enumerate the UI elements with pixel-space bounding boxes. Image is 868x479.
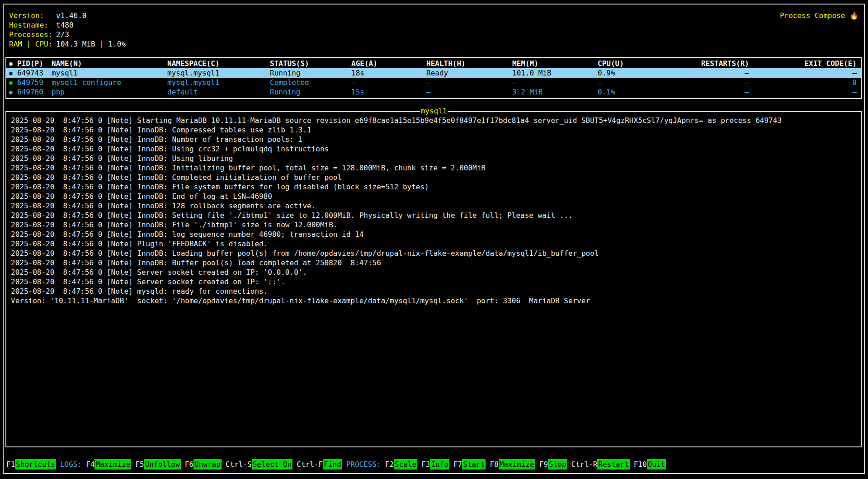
shortcut-info[interactable]: F3Info xyxy=(421,459,449,470)
process-cell-exit-code: 0 xyxy=(749,78,857,87)
process-cell-exit-code: – xyxy=(749,87,857,97)
shortcut-unfollow[interactable]: F5Unfollow xyxy=(135,459,180,470)
header-field-value: 2/3 xyxy=(56,30,69,39)
shortcut-label: Info xyxy=(430,459,449,470)
log-line: 2025-08-20 8:47:56 0 [Note] Starting Mar… xyxy=(11,116,857,125)
shortcut-key: F5 xyxy=(135,460,144,469)
footer-section-label: PROCESS: xyxy=(346,460,381,469)
shortcut-label: Maximize xyxy=(94,459,131,470)
shortcut-label: Shortcuts xyxy=(15,459,56,470)
header-field: RAM | CPU:104.3 MiB | 1.0% xyxy=(9,39,126,49)
process-cell-status: Running xyxy=(270,68,351,78)
column-header: EXIT CODE(E) xyxy=(749,59,857,68)
status-dot-icon: ● xyxy=(9,68,17,78)
process-cell-mem: – xyxy=(512,78,598,87)
log-line: 2025-08-20 8:47:56 0 [Note] InnoDB: Sett… xyxy=(11,211,857,220)
header-field-value: 104.3 MiB | 1.0% xyxy=(56,40,126,48)
process-cell-mem: 101.0 MiB xyxy=(512,68,598,78)
process-row[interactable]: ●649743mysql1mysql.mysql1Running18sReady… xyxy=(6,68,861,78)
process-compose-window: Version:v1.46.0Hostname:t480Processes:2/… xyxy=(3,4,865,474)
log-line: 2025-08-20 8:47:56 0 [Note] Server socke… xyxy=(11,268,857,277)
column-header: STATUS(S) xyxy=(270,59,351,68)
process-cell-age: – xyxy=(351,78,426,87)
process-cell-cpu: 0.1% xyxy=(598,87,661,97)
process-cell-exit-code: – xyxy=(749,68,857,78)
log-line: 2025-08-20 8:47:56 0 [Note] mysqld: read… xyxy=(11,286,857,296)
shortcut-bar: F1ShortcutsLOGS:F4MaximizeF5UnfollowF6Un… xyxy=(6,459,861,470)
log-line: 2025-08-20 8:47:56 0 [Note] InnoDB: Comp… xyxy=(11,125,857,135)
shortcut-key: F8 xyxy=(490,460,498,469)
column-header: MEM(M) xyxy=(512,59,598,68)
process-row[interactable]: ●649759mysql1-configuremysql.mysql1Compl… xyxy=(6,78,861,87)
log-pane[interactable]: mysql1 2025-08-20 8:47:56 0 [Note] Start… xyxy=(5,111,862,447)
header-field-label: Processes: xyxy=(9,30,56,39)
status-dot-icon: ● xyxy=(9,87,17,97)
log-pane-title: mysql1 xyxy=(420,106,448,116)
column-header: RESTARTS(R) xyxy=(661,59,749,68)
log-line: 2025-08-20 8:47:56 0 [Note] InnoDB: Comp… xyxy=(11,173,857,182)
log-line: 2025-08-20 8:47:56 0 [Note] InnoDB: Usin… xyxy=(11,144,857,154)
fire-icon: 🔥 xyxy=(849,11,859,20)
log-line: 2025-08-20 8:47:56 0 [Note] InnoDB: Buff… xyxy=(11,258,857,268)
log-line: 2025-08-20 8:47:56 0 [Note] InnoDB: Load… xyxy=(11,249,857,258)
shortcut-label: Unfollow xyxy=(144,459,181,470)
process-cell-namespace: mysql.mysql1 xyxy=(167,78,270,87)
log-line: 2025-08-20 8:47:56 0 [Note] InnoDB: 128 … xyxy=(11,201,857,211)
shortcut-key: F1 xyxy=(6,460,15,469)
shortcut-key: F9 xyxy=(539,460,548,469)
process-cell-cpu: 0.9% xyxy=(598,68,661,78)
shortcut-key: F6 xyxy=(185,460,193,469)
shortcut-label: Maximize xyxy=(499,459,535,470)
shortcut-maximize[interactable]: F4Maximize xyxy=(86,459,131,470)
header-field-label: Hostname: xyxy=(9,20,56,30)
process-cell-name: mysql1 xyxy=(52,68,167,78)
shortcut-stop[interactable]: F9Stop xyxy=(539,459,567,470)
process-table: ●PID(P)NAME(N)NAMESPACE(C)STATUS(S)AGE(A… xyxy=(5,57,862,99)
shortcut-unwrap[interactable]: F6Unwrap xyxy=(185,459,222,470)
shortcut-select-on[interactable]: Ctrl-SSelect On xyxy=(226,459,293,470)
shortcut-maximize[interactable]: F8Maximize xyxy=(490,459,535,470)
column-header: AGE(A) xyxy=(351,59,426,68)
shortcut-label: Find xyxy=(323,459,342,470)
process-cell-pid: 649760 xyxy=(17,87,52,97)
log-lines: 2025-08-20 8:47:56 0 [Note] Starting Mar… xyxy=(11,116,857,305)
header-field: Version:v1.46.0 xyxy=(9,11,126,20)
shortcut-find[interactable]: Ctrl-FFind xyxy=(297,459,342,470)
status-dot-icon: ● xyxy=(9,59,17,68)
shortcut-key: F3 xyxy=(421,460,430,469)
shortcut-start[interactable]: F7Start xyxy=(453,459,486,470)
header-field: Processes:2/3 xyxy=(9,30,126,39)
shortcut-label: Stop xyxy=(548,459,567,470)
shortcut-quit[interactable]: F10Quit xyxy=(634,459,666,470)
column-header: HEALTH(H) xyxy=(426,59,512,68)
shortcut-shortcuts[interactable]: F1Shortcuts xyxy=(6,459,56,470)
log-line: 2025-08-20 8:47:56 0 [Note] InnoDB: Numb… xyxy=(11,135,857,144)
header-fields: Version:v1.46.0Hostname:t480Processes:2/… xyxy=(9,11,126,49)
log-line: 2025-08-20 8:47:56 0 [Note] Server socke… xyxy=(11,277,857,286)
log-line: 2025-08-20 8:47:56 0 [Note] InnoDB: log … xyxy=(11,230,857,239)
shortcut-scale[interactable]: F2Scale xyxy=(385,459,417,470)
process-cell-health: – xyxy=(426,78,512,87)
log-line: 2025-08-20 8:47:56 0 [Note] InnoDB: File… xyxy=(11,220,857,230)
shortcut-restart[interactable]: Ctrl-RRestart xyxy=(571,459,630,470)
footer-section-label: LOGS: xyxy=(60,460,82,469)
process-cell-age: 18s xyxy=(351,68,426,78)
shortcut-label: Select On xyxy=(252,459,293,470)
process-row[interactable]: ●649760phpdefaultRunning15s–3.2 MiB0.1%–… xyxy=(6,87,861,97)
log-line: 2025-08-20 8:47:56 0 [Note] InnoDB: Usin… xyxy=(11,154,857,163)
header-field: Hostname:t480 xyxy=(9,20,126,30)
process-cell-namespace: mysql.mysql1 xyxy=(167,68,270,78)
process-cell-status: Running xyxy=(270,87,351,97)
process-cell-restarts: – xyxy=(661,68,749,78)
process-table-header: ●PID(P)NAME(N)NAMESPACE(C)STATUS(S)AGE(A… xyxy=(6,59,861,68)
process-cell-namespace: default xyxy=(167,87,270,97)
process-rows: ●649743mysql1mysql.mysql1Running18sReady… xyxy=(6,68,861,97)
shortcut-label: Start xyxy=(462,459,486,470)
shortcut-label: Quit xyxy=(647,459,666,470)
shortcut-key: F10 xyxy=(634,460,647,469)
process-cell-restarts: – xyxy=(661,87,749,97)
shortcut-label: Scale xyxy=(394,459,417,470)
process-cell-health: Ready xyxy=(426,68,512,78)
app-title: Process Compose 🔥 xyxy=(780,11,859,20)
shortcut-label: Restart xyxy=(597,459,629,470)
